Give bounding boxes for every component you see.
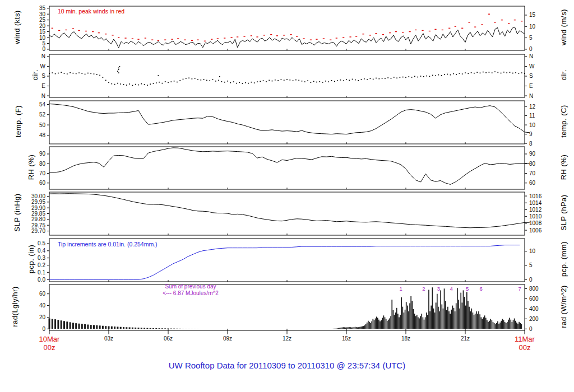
dir-dot xyxy=(203,79,205,80)
dir-dot xyxy=(141,83,142,85)
peak-dash xyxy=(85,31,87,31)
dir-dot xyxy=(373,79,374,80)
rad-sum-note-line1: Sum of previous day xyxy=(135,283,247,290)
dir-dot xyxy=(135,84,136,85)
peak-dash xyxy=(342,37,344,38)
dir-dot xyxy=(132,85,133,86)
dir-dot xyxy=(150,83,151,85)
dir-dot xyxy=(96,74,98,75)
tick-label: S xyxy=(41,73,45,79)
dir-dot xyxy=(501,73,502,74)
dir-dot xyxy=(99,75,100,76)
peak-dash xyxy=(415,30,416,30)
dir-dot xyxy=(144,84,145,85)
dir-dot xyxy=(158,75,159,76)
rad-event-number: 3 xyxy=(437,286,440,292)
dir-dot xyxy=(162,83,163,84)
peak-dash xyxy=(468,22,470,22)
dir-dot xyxy=(471,72,472,73)
peak-dash xyxy=(402,32,404,32)
peak-dash xyxy=(461,28,463,29)
dir-dot xyxy=(462,73,463,74)
dir-dot xyxy=(215,81,216,82)
dir-dot xyxy=(352,79,353,80)
series-wind xyxy=(49,27,525,48)
tick-label: 60 xyxy=(39,180,46,186)
x-hour-label: 09z xyxy=(223,335,232,342)
end-hour-line: 00z xyxy=(505,343,544,352)
dir-dot xyxy=(64,73,65,74)
peak-dash xyxy=(197,39,198,40)
dir-dot xyxy=(177,82,178,83)
dir-dot xyxy=(450,74,451,76)
tick-label: 52 xyxy=(39,111,46,118)
pcp-tip-note: Tip increments are 0.01in. (0.254mm.) xyxy=(58,241,158,248)
dir-dot xyxy=(61,72,62,73)
panel-dir: NESWNNESWN xyxy=(40,53,535,99)
peak-dash xyxy=(389,32,391,33)
dir-dot xyxy=(364,78,365,80)
dir-dot xyxy=(331,80,332,81)
dir-dot xyxy=(521,72,522,73)
peak-dash xyxy=(442,30,443,30)
peak-dash xyxy=(488,14,490,15)
dir-dot xyxy=(147,85,148,86)
dir-dot xyxy=(358,80,359,81)
tick-label: 1012 xyxy=(529,207,542,213)
peak-dash xyxy=(237,36,238,37)
dir-dot xyxy=(402,77,404,78)
tick-label: 0 xyxy=(42,326,45,332)
dir-dot xyxy=(118,72,119,73)
peak-dash xyxy=(191,40,193,41)
dir-dot xyxy=(441,75,442,76)
peak-dash xyxy=(92,31,94,32)
peak-dash xyxy=(177,38,179,39)
peak-dash xyxy=(276,35,278,36)
peak-dash xyxy=(230,37,232,38)
dir-dot xyxy=(284,80,285,81)
dir-dot xyxy=(55,73,56,74)
dir-dot xyxy=(385,78,386,79)
peak-dash xyxy=(224,38,225,38)
tick-label: 10 xyxy=(39,35,46,41)
dir-dot xyxy=(197,79,198,80)
dir-dot xyxy=(239,82,240,83)
dir-dot xyxy=(456,74,457,75)
dir-dot xyxy=(281,79,282,80)
axis-label-rad-right: rad (W/m^2) xyxy=(559,265,568,349)
tick-label: 60 xyxy=(39,291,46,297)
tick-label: 1010 xyxy=(529,213,542,220)
peak-dash xyxy=(481,24,483,25)
dir-dot xyxy=(489,72,490,73)
rad-event-number: 1 xyxy=(400,286,402,292)
dir-dot xyxy=(174,81,175,82)
dir-dot xyxy=(126,85,127,86)
peak-dash xyxy=(145,38,146,38)
dir-dot xyxy=(382,78,383,79)
tick-label: 20 xyxy=(39,314,46,320)
series-temp xyxy=(49,104,530,134)
rad-sum-note-line2: <--- 6.87 MJoules/m^2 xyxy=(135,290,247,297)
dir-dot xyxy=(474,73,475,74)
dir-dot xyxy=(263,80,264,81)
tick-label: 12 xyxy=(529,104,536,110)
tick-label: 40 xyxy=(39,302,46,309)
tick-label: 600 xyxy=(529,296,539,302)
dir-dot xyxy=(334,81,335,82)
dir-dot xyxy=(337,80,338,81)
dir-dot xyxy=(485,72,487,73)
dir-dot xyxy=(221,81,223,82)
tick-label: N xyxy=(41,53,45,59)
dir-dot xyxy=(492,72,493,73)
dir-dot xyxy=(114,84,115,85)
dir-dot xyxy=(302,81,303,82)
dir-dot xyxy=(183,79,184,80)
dir-dot xyxy=(307,80,308,81)
axis-label-temp-left: temp. (F) xyxy=(14,80,22,164)
dir-dot xyxy=(266,81,267,82)
peak-dash xyxy=(501,20,503,20)
series-rad_evening xyxy=(332,287,521,329)
tick-label: 48 xyxy=(39,132,46,138)
dir-dot xyxy=(108,82,109,83)
dir-dot xyxy=(378,78,379,80)
